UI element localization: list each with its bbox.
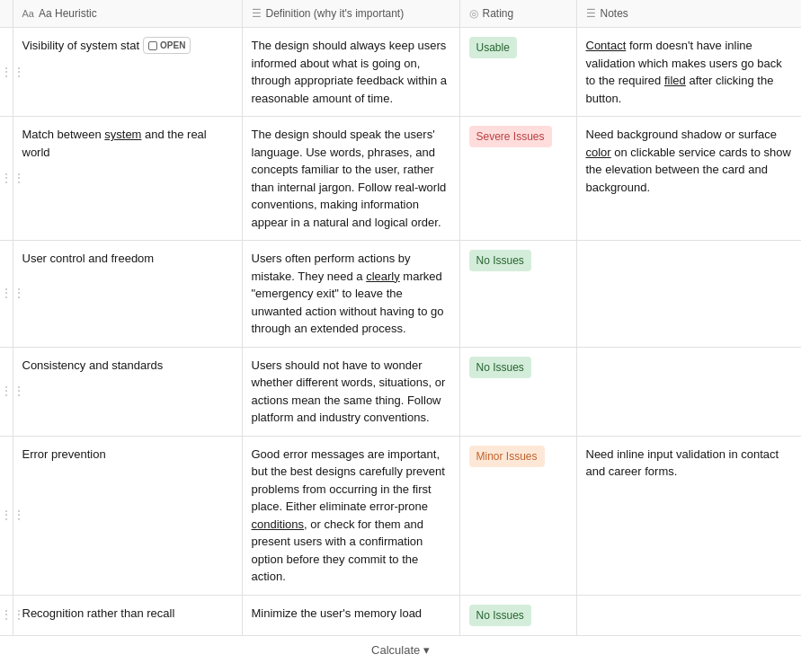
open-badge-icon <box>148 41 157 50</box>
user-control-label: User control and freedom <box>22 252 155 265</box>
rating-badge-minor: Minor Issues <box>469 446 545 467</box>
rating-badge-no-issues-2: No Issues <box>469 357 531 378</box>
notes-icon: ☰ <box>586 7 596 20</box>
definition-cell-match: The design should speak the users' langu… <box>242 117 459 241</box>
heuristic-header-label: Aa Heuristic <box>39 7 97 20</box>
drag-header <box>0 0 13 28</box>
notes-header-label: Notes <box>601 7 628 20</box>
definition-cell-user-control: Users often perform actions by mistake. … <box>242 241 459 348</box>
list-icon: ☰ <box>252 7 262 20</box>
aa-icon: Aa <box>22 8 34 19</box>
table-row: ⋮⋮ User control and freedom Users often … <box>0 241 801 348</box>
footer-cell: Calculate ▾ <box>0 635 801 664</box>
calculate-button[interactable]: Calculate ▾ <box>371 643 430 657</box>
definition-header-label: Definition (why it's important) <box>266 7 405 20</box>
drag-handle[interactable]: ⋮⋮ <box>0 117 13 241</box>
heuristic-cell-match: Match between system and the real world <box>13 117 242 241</box>
circle-icon: ◎ <box>469 7 478 20</box>
heuristic-cell-error: Error prevention <box>13 436 242 595</box>
definition-cell-recognition: Minimize the user's memory load <box>242 595 459 635</box>
rating-badge-no-issues: No Issues <box>469 250 531 271</box>
rating-cell-visibility: Usable <box>459 28 576 117</box>
rating-cell-error: Minor Issues <box>459 436 576 595</box>
system-underline: system <box>104 128 141 141</box>
definition-header: ☰ Definition (why it's important) <box>242 0 459 28</box>
drag-handle[interactable]: ⋮⋮ <box>0 595 13 635</box>
definition-cell-consistency: Users should not have to wonder whether … <box>242 347 459 436</box>
rating-badge-no-issues-3: No Issues <box>469 605 531 626</box>
rating-cell-user-control: No Issues <box>459 241 576 348</box>
clearly-link[interactable]: clearly <box>366 270 400 283</box>
rating-badge-usable: Usable <box>469 37 517 58</box>
rating-cell-consistency: No Issues <box>459 347 576 436</box>
consistency-label: Consistency and standards <box>22 358 164 372</box>
rating-header-label: Rating <box>483 7 514 20</box>
definition-cell-error: Good error messages are important, but t… <box>242 436 459 595</box>
definition-cell-visibility: The design should always keep users info… <box>242 28 459 117</box>
notes-cell-consistency <box>576 347 801 436</box>
heuristic-cell-consistency: Consistency and standards <box>13 347 242 436</box>
table-row: ⋮⋮ Consistency and standards Users shoul… <box>0 347 801 436</box>
rating-header: ◎ Rating <box>459 0 576 28</box>
table-row: ⋮⋮ Error prevention Good error messages … <box>0 436 801 595</box>
drag-handle[interactable]: ⋮⋮ <box>0 241 13 348</box>
drag-handle[interactable]: ⋮⋮ <box>0 28 13 117</box>
rating-cell-recognition: No Issues <box>459 595 576 635</box>
heuristic-header: Aa Aa Heuristic <box>13 0 242 28</box>
heuristic-table: Aa Aa Heuristic ☰ Definition (why it's i… <box>0 0 801 664</box>
heuristic-cell-visibility: Visibility of system stat OPEN <box>13 28 242 117</box>
heuristic-cell-user-control: User control and freedom <box>13 241 242 348</box>
open-badge-label: OPEN <box>160 39 185 52</box>
notes-cell-visibility: Contact form doesn't have inline validat… <box>576 28 801 117</box>
drag-handle[interactable]: ⋮⋮ <box>0 347 13 436</box>
recognition-label: Recognition rather than recall <box>22 606 175 620</box>
color-link[interactable]: color <box>586 146 611 159</box>
rating-cell-match: Severe Issues <box>459 117 576 241</box>
heuristic-name-visibility: Visibility of system stat <box>22 37 140 55</box>
notes-cell-recognition <box>576 595 801 635</box>
drag-handle[interactable]: ⋮⋮ <box>0 436 13 595</box>
rating-badge-severe: Severe Issues <box>469 126 552 147</box>
error-prevention-label: Error prevention <box>22 447 106 461</box>
notes-cell-match: Need background shadow or surface color … <box>576 117 801 241</box>
table-row: ⋮⋮ Visibility of system stat OPEN The de… <box>0 28 801 117</box>
conditions-link[interactable]: conditions <box>252 517 305 531</box>
table-row: ⋮⋮ Recognition rather than recall Minimi… <box>0 595 801 635</box>
footer-row: Calculate ▾ <box>0 635 801 664</box>
contact-link[interactable]: Contact <box>586 39 627 52</box>
open-badge[interactable]: OPEN <box>143 37 191 54</box>
heuristic-cell-recognition: Recognition rather than recall <box>13 595 242 635</box>
notes-cell-error: Need inline input validation in contact … <box>576 436 801 595</box>
notes-cell-user-control <box>576 241 801 348</box>
filed-link[interactable]: filed <box>664 74 686 87</box>
notes-header: ☰ Notes <box>576 0 801 28</box>
table-row: ⋮⋮ Match between system and the real wor… <box>0 117 801 241</box>
